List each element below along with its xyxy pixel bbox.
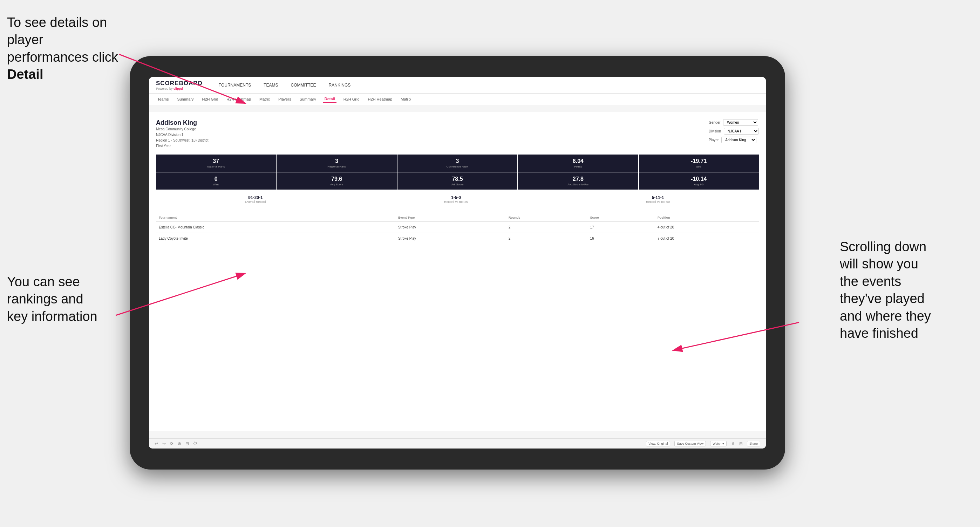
stat-avg-sg: -10.14 Avg SG <box>639 172 759 190</box>
avg-score-label: Avg Score <box>278 183 394 186</box>
th-rounds: Rounds <box>506 214 587 222</box>
annotation-bottomright-text: Scrolling downwill show youthe eventsthe… <box>840 239 931 341</box>
record-top50-label: Record vs top 50 <box>646 200 670 203</box>
subnav-summary[interactable]: Summary <box>176 96 195 102</box>
share-button[interactable]: Share <box>747 441 760 446</box>
tournament-name-1: Estella CC- Mountain Classic <box>156 222 395 233</box>
logo-powered: Powered by clippd <box>156 87 203 90</box>
stat-regional-rank: 3 Regional Rank <box>277 154 396 172</box>
logo-area: SCOREBOARD Powered by clippd <box>156 80 203 90</box>
division-control: Division NJCAA I NJCAA II <box>709 128 759 135</box>
subnav-matrix[interactable]: Matrix <box>258 96 271 102</box>
rounds-2: 2 <box>506 233 587 244</box>
th-position: Position <box>655 214 759 222</box>
sos-value: -19.71 <box>641 158 757 164</box>
bottom-toolbar: ↩ ↪ ⟳ ⊕ ⊟ ⏱ View: Original Save Custom V… <box>149 438 766 449</box>
score-2: 16 <box>587 233 655 244</box>
stat-points: 6.04 Points <box>518 154 638 172</box>
record-top50: 5-11-1 Record vs top 50 <box>646 195 670 203</box>
gender-label: Gender <box>709 121 720 124</box>
avg-sg-value: -10.14 <box>641 176 757 182</box>
subnav-matrix2[interactable]: Matrix <box>399 96 412 102</box>
record-top25-value: 1-5-0 <box>444 195 468 200</box>
sub-nav: Teams Summary H2H Grid H2H Heatmap Matri… <box>149 94 766 105</box>
stat-wins: 0 Wins <box>156 172 276 190</box>
stat-avg-score: 79.6 Avg Score <box>277 172 396 190</box>
gender-select[interactable]: Women Men <box>723 119 758 126</box>
avg-score-par-label: Avg Score to Par <box>520 183 636 186</box>
record-top25-label: Record vs top 25 <box>444 200 468 203</box>
settings-icon[interactable]: ⊟ <box>185 441 189 446</box>
annotation-bottomleft-text: You can seerankings andkey information <box>7 275 97 324</box>
grid-icon[interactable]: ⊞ <box>739 441 743 446</box>
conference-rank-value: 3 <box>399 158 515 164</box>
subnav-summary2[interactable]: Summary <box>298 96 318 102</box>
main-content: Addison King Mesa Community College NJCA… <box>149 105 766 438</box>
table-row: Estella CC- Mountain Classic Stroke Play… <box>156 222 759 233</box>
subnav-h2h-heatmap[interactable]: H2H Heatmap <box>225 96 252 102</box>
top-nav: SCOREBOARD Powered by clippd TOURNAMENTS… <box>149 77 766 94</box>
player-school: Mesa Community College <box>156 127 208 132</box>
stat-sos: -19.71 SoS <box>639 154 759 172</box>
regional-rank-label: Regional Rank <box>278 165 394 168</box>
wins-label: Wins <box>158 183 274 186</box>
sos-label: SoS <box>641 165 757 168</box>
nav-teams[interactable]: TEAMS <box>261 81 280 89</box>
th-empty <box>350 214 395 222</box>
national-rank-label: National Rank <box>158 165 274 168</box>
position-1: 4 out of 20 <box>655 222 759 233</box>
subnav-h2h-heatmap2[interactable]: H2H Heatmap <box>367 96 394 102</box>
rounds-1: 2 <box>506 222 587 233</box>
subnav-h2h-grid[interactable]: H2H Grid <box>200 96 220 102</box>
watch-button[interactable]: Watch ▾ <box>710 441 727 446</box>
tablet-frame: SCOREBOARD Powered by clippd TOURNAMENTS… <box>130 56 785 470</box>
player-control: Player Addison King <box>709 137 759 143</box>
stats-row1: 37 National Rank 3 Regional Rank 3 Confe… <box>156 154 759 172</box>
undo-icon[interactable]: ↩ <box>154 441 158 446</box>
wins-value: 0 <box>158 176 274 182</box>
regional-rank-value: 3 <box>278 158 394 164</box>
score-1: 17 <box>587 222 655 233</box>
gender-control: Gender Women Men <box>709 119 759 126</box>
save-custom-view-button[interactable]: Save Custom View <box>675 441 706 446</box>
nav-committee[interactable]: COMMITTEE <box>289 81 318 89</box>
division-select[interactable]: NJCAA I NJCAA II <box>724 128 759 135</box>
record-top25: 1-5-0 Record vs top 25 <box>444 195 468 203</box>
division-label: Division <box>709 129 721 133</box>
record-top50-value: 5-11-1 <box>646 195 670 200</box>
points-label: Points <box>520 165 636 168</box>
subnav-h2h-grid2[interactable]: H2H Grid <box>342 96 361 102</box>
avg-score-par-value: 27.8 <box>520 176 636 182</box>
subnav-teams[interactable]: Teams <box>156 96 170 102</box>
player-info: Addison King Mesa Community College NJCA… <box>156 119 208 149</box>
nav-tournaments[interactable]: TOURNAMENTS <box>216 81 253 89</box>
national-rank-value: 37 <box>158 158 274 164</box>
stat-national-rank: 37 National Rank <box>156 154 276 172</box>
stat-avg-score-par: 27.8 Avg Score to Par <box>518 172 638 190</box>
player-select[interactable]: Addison King <box>721 137 756 143</box>
annotation-topleft: To see details on player performances cl… <box>7 14 126 83</box>
clock-icon[interactable]: ⏱ <box>193 441 197 446</box>
avg-sg-label: Avg SG <box>641 183 757 186</box>
content-panel: Addison King Mesa Community College NJCA… <box>149 112 766 431</box>
logo-scoreboard: SCOREBOARD <box>156 80 203 87</box>
records-row: 91-20-1 Overall Record 1-5-0 Record vs t… <box>156 195 759 208</box>
player-controls: Gender Women Men Division NJCAA I NJCAA … <box>709 119 759 143</box>
subnav-detail[interactable]: Detail <box>323 96 336 103</box>
points-value: 6.04 <box>520 158 636 164</box>
record-overall-label: Overall Record <box>245 200 266 203</box>
view-original-button[interactable]: View: Original <box>646 441 670 446</box>
monitor-icon[interactable]: 🖥 <box>731 441 735 446</box>
conference-rank-label: Conference Rank <box>399 165 515 168</box>
avg-score-value: 79.6 <box>278 176 394 182</box>
annotation-bottomright: Scrolling downwill show youthe eventsthe… <box>840 238 973 342</box>
refresh-icon[interactable]: ⟳ <box>170 441 173 446</box>
adj-score-value: 78.5 <box>399 176 515 182</box>
redo-icon[interactable]: ↪ <box>162 441 166 446</box>
nav-rankings[interactable]: RANKINGS <box>327 81 353 89</box>
annotation-topleft-text: To see details on player performances cl… <box>7 15 118 82</box>
tournament-table: Tournament Event Type Rounds Score Posit… <box>156 214 759 244</box>
zoom-icon[interactable]: ⊕ <box>178 441 181 446</box>
th-score: Score <box>587 214 655 222</box>
subnav-players[interactable]: Players <box>277 96 293 102</box>
